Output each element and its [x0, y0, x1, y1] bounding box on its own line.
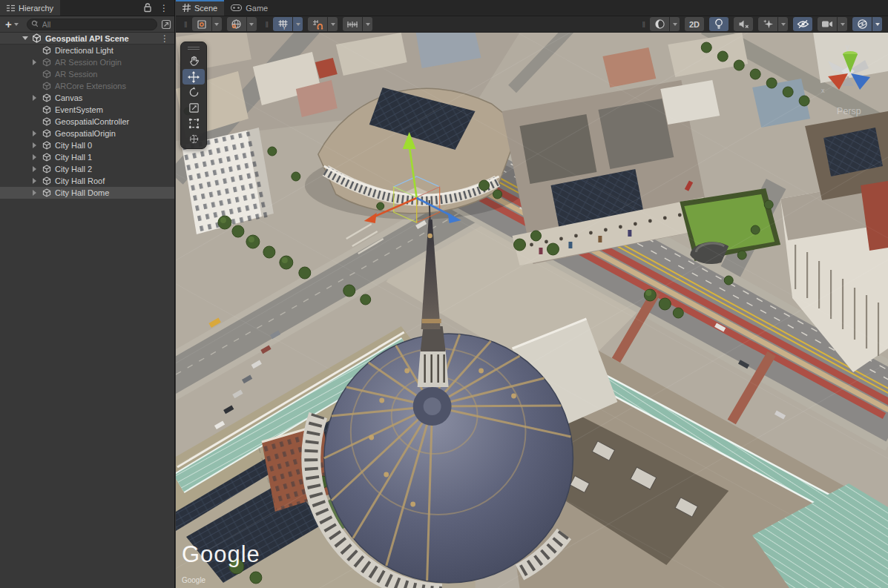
rotate-tool-icon	[188, 87, 200, 98]
projection-mode-label[interactable]: Persp	[837, 106, 861, 116]
hierarchy-tabstrip: Hierarchy ⋮	[0, 0, 174, 16]
scale-tool-button[interactable]	[182, 100, 205, 116]
hierarchy-item-label: AR Session	[55, 70, 97, 79]
gameobject-cube-icon	[42, 58, 51, 67]
rotate-tool-button[interactable]	[182, 85, 205, 100]
hierarchy-item-label: City Hall Dome	[55, 188, 109, 197]
chevron-down-icon	[249, 23, 254, 26]
overlay-drag-handle[interactable]: ‖	[184, 20, 188, 29]
snap-increment-dropdown[interactable]	[363, 17, 372, 31]
tab-scene[interactable]: Scene	[176, 0, 224, 16]
scene-visibility-button[interactable]	[793, 17, 812, 31]
hierarchy-item[interactable]: AR Session Origin	[0, 56, 174, 68]
tab-hierarchy[interactable]: Hierarchy	[0, 0, 60, 16]
hierarchy-item[interactable]: Directional Light	[0, 44, 174, 56]
effects-dropdown[interactable]	[778, 17, 788, 31]
pivot-mode-dropdown[interactable]	[212, 17, 222, 31]
hierarchy-item[interactable]: GeospatialOrigin	[0, 128, 174, 139]
tab-game[interactable]: Game	[224, 0, 274, 16]
gizmos-button[interactable]	[852, 17, 872, 31]
scene-tab-icon	[182, 4, 191, 12]
grid-visibility-dropdown[interactable]	[293, 17, 303, 31]
hierarchy-panel: Hierarchy ⋮ + Geospatial API Scene ⋮	[0, 0, 175, 588]
move-tool-button[interactable]	[182, 69, 205, 85]
unity-scene-icon	[32, 33, 42, 43]
shading-mode-dropdown[interactable]	[670, 17, 680, 31]
gameobject-cube-icon	[42, 82, 51, 90]
handle-orientation-dropdown[interactable]	[247, 17, 257, 31]
rect-tool-button[interactable]	[182, 116, 205, 131]
hand-tool-icon	[188, 56, 200, 67]
scene-menu-kebab-icon[interactable]: ⋮	[160, 34, 174, 43]
hierarchy-item[interactable]: Canvas	[0, 92, 174, 104]
hierarchy-item[interactable]: City Hall 1	[0, 151, 174, 163]
item-foldout-icon[interactable]	[33, 190, 36, 196]
lighting-toggle-icon	[714, 19, 723, 30]
camera-settings-button[interactable]	[818, 17, 837, 31]
scene-foldout-icon[interactable]	[22, 36, 28, 40]
hierarchy-item[interactable]: City Hall Roof	[0, 175, 174, 187]
shading-mode-icon	[654, 19, 665, 30]
gizmos-dropdown[interactable]	[872, 17, 882, 31]
view-hand-tool-button[interactable]	[182, 53, 205, 69]
gameobject-cube-icon	[42, 153, 51, 162]
item-foldout-icon[interactable]	[33, 142, 36, 148]
effects-toggle-button[interactable]	[758, 17, 777, 31]
transform-tool-button[interactable]	[182, 131, 205, 147]
grid-visibility-button[interactable]: Y	[273, 17, 292, 31]
hierarchy-item[interactable]: ARCore Extensions	[0, 80, 174, 92]
active-tab-indicator	[176, 0, 224, 1]
hierarchy-item[interactable]: EventSystem	[0, 104, 174, 116]
lock-icon[interactable]	[143, 3, 152, 13]
hierarchy-item-label: Directional Light	[55, 46, 114, 55]
item-foldout-icon[interactable]	[33, 59, 36, 65]
scene-tabstrip: Scene Game	[176, 0, 888, 16]
hierarchy-item[interactable]: City Hall 2	[0, 163, 174, 175]
chevron-down-icon	[214, 23, 219, 26]
search-icon	[31, 20, 39, 28]
svg-text:Y: Y	[283, 24, 286, 29]
pivot-mode-button[interactable]	[192, 17, 211, 31]
hierarchy-search-box[interactable]	[27, 19, 157, 30]
audio-toggle-button[interactable]	[734, 17, 753, 31]
scene-viewport[interactable]: y x Persp Google Google	[176, 33, 888, 588]
hierarchy-item-label: EventSystem	[55, 105, 103, 114]
camera-settings-dropdown[interactable]	[838, 17, 847, 31]
search-input[interactable]	[39, 20, 153, 29]
shading-mode-button[interactable]	[650, 17, 669, 31]
item-foldout-icon[interactable]	[33, 154, 36, 160]
lighting-toggle-button[interactable]	[709, 17, 729, 31]
scene-3d-render[interactable]: y x Persp Google Google	[176, 33, 888, 588]
add-gameobject-button[interactable]: +	[3, 19, 21, 30]
hierarchy-item[interactable]: City Hall Dome	[0, 187, 174, 199]
scale-tool-icon	[188, 102, 200, 113]
search-picker-icon[interactable]	[161, 19, 171, 30]
grid-snap-dropdown[interactable]	[328, 17, 338, 31]
game-tab-icon	[231, 4, 242, 11]
camera-settings-icon	[821, 20, 833, 28]
gameobject-cube-icon	[42, 117, 51, 126]
chevron-down-icon	[875, 23, 880, 26]
hierarchy-item[interactable]: City Hall 0	[0, 139, 174, 151]
gameobject-cube-icon	[42, 70, 51, 79]
grid-snap-button[interactable]	[308, 17, 327, 31]
handle-orientation-button[interactable]	[227, 17, 246, 31]
hierarchy-item[interactable]: AR Session	[0, 68, 174, 80]
hierarchy-item[interactable]: GeospatialController	[0, 116, 174, 128]
handle-orientation-icon	[231, 19, 242, 30]
scene-visibility-icon	[797, 19, 809, 29]
tools-overlay-drag-handle[interactable]	[181, 44, 206, 52]
hierarchy-scene-row[interactable]: Geospatial API Scene ⋮	[0, 33, 174, 44]
hierarchy-menu-kebab-icon[interactable]: ⋮	[159, 4, 168, 13]
item-foldout-icon[interactable]	[33, 95, 36, 101]
snap-increment-button[interactable]	[343, 17, 362, 31]
item-foldout-icon[interactable]	[33, 178, 36, 184]
item-foldout-icon[interactable]	[33, 166, 36, 172]
gizmo-y-axis-label: y	[846, 43, 849, 51]
gameobject-cube-icon	[42, 176, 51, 185]
overlay-drag-handle[interactable]: ‖	[642, 20, 646, 29]
item-foldout-icon[interactable]	[33, 131, 36, 136]
overlay-drag-handle[interactable]: ‖	[266, 20, 270, 29]
2d-toggle-button[interactable]: 2D	[685, 17, 704, 31]
chevron-down-icon	[366, 23, 370, 26]
